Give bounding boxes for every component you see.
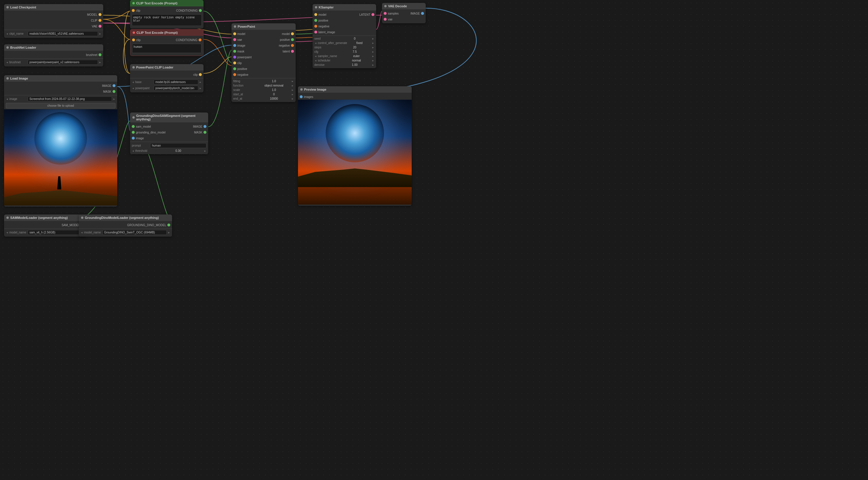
- ckpt-value[interactable]: realisticVisionV60B1_v51VAE.safetensors: [28, 31, 98, 36]
- cfg-label: cfg: [314, 50, 338, 53]
- ks-model-port[interactable]: [314, 13, 317, 16]
- input-sam-port[interactable]: [132, 125, 135, 128]
- output-cond-port[interactable]: [198, 38, 202, 41]
- gdino-model-out-port[interactable]: [167, 224, 170, 226]
- base-label: base: [135, 81, 153, 84]
- base-value[interactable]: model.fp16.safetensors: [154, 79, 198, 85]
- gdino-arrow-right[interactable]: ►: [168, 231, 170, 234]
- thresh-right[interactable]: ►: [204, 150, 207, 153]
- ks-pos-label: positive: [318, 19, 374, 22]
- sampler-label: sampler_name: [318, 55, 341, 58]
- pp-mask-in-port[interactable]: [233, 50, 236, 53]
- ks-neg-port[interactable]: [314, 25, 317, 28]
- output-model-port[interactable]: [98, 13, 101, 16]
- pp-value[interactable]: powerpaint/pytorch_model.bin: [154, 86, 198, 91]
- node-status-dot: [132, 2, 135, 4]
- sam-model-value[interactable]: sam_vit_h (2.56GB): [28, 230, 81, 235]
- output-cond-port[interactable]: [199, 9, 202, 12]
- seed-right[interactable]: ►: [372, 37, 374, 40]
- input-clip-port[interactable]: [132, 9, 135, 12]
- output-image-port[interactable]: [113, 84, 116, 87]
- prompt-value[interactable]: human: [150, 143, 207, 148]
- node-title: GroundingDinoSAMSegment (segment anythin…: [136, 114, 206, 121]
- pp-arrow-right[interactable]: ►: [199, 87, 202, 90]
- preview-images-port[interactable]: [300, 95, 303, 98]
- pp-vae-in-port[interactable]: [233, 38, 236, 41]
- ckpt-arrow-right[interactable]: ►: [99, 32, 101, 35]
- end-right[interactable]: ►: [291, 97, 294, 100]
- ks-pos-port[interactable]: [314, 19, 317, 22]
- gdino-model-value[interactable]: GroundingDINO_SwinT_OGC (694MB): [102, 230, 167, 235]
- vae-samples-port[interactable]: [384, 12, 386, 15]
- brushnet-arrow-left[interactable]: ◄: [6, 61, 8, 64]
- pp-pos-out-port[interactable]: [291, 38, 294, 41]
- brushnet-arrow-right[interactable]: ►: [99, 61, 101, 64]
- input-clip-port[interactable]: [132, 38, 135, 41]
- output-mask-port[interactable]: [204, 131, 207, 134]
- node-title: KSampler: [319, 5, 334, 9]
- pp-image-row: image negative: [231, 42, 296, 49]
- pp-latent-out-port[interactable]: [291, 50, 294, 53]
- ks-latent-in-port[interactable]: [314, 31, 317, 33]
- output-clip-row: clip: [130, 72, 204, 77]
- fitting-right[interactable]: ►: [291, 80, 294, 83]
- sched-right[interactable]: ►: [372, 59, 374, 62]
- ks-latent-out-port[interactable]: [371, 13, 374, 16]
- node-powerpaint: PowerPaint model model vae positive imag…: [231, 23, 296, 102]
- sampler-right[interactable]: ►: [372, 55, 374, 58]
- steps-field: steps 20 ►: [313, 45, 376, 50]
- pp-neg-in-port[interactable]: [233, 73, 236, 76]
- function-right[interactable]: ►: [291, 84, 294, 87]
- pp-pp-in-port[interactable]: [233, 56, 236, 59]
- gdino-arrow-left[interactable]: ◄: [81, 231, 83, 234]
- node-title: Load Checkpoint: [10, 5, 36, 9]
- scheduler-field: ◄ scheduler normal ►: [313, 58, 376, 63]
- pp-model-in-port[interactable]: [233, 32, 236, 35]
- base-arrow-right[interactable]: ►: [199, 81, 202, 84]
- denoise-right[interactable]: ►: [372, 64, 374, 66]
- clip-pos-text[interactable]: [132, 14, 202, 26]
- input-clip-label: clip: [136, 9, 167, 12]
- pp-neg-out-port[interactable]: [291, 44, 294, 47]
- base-arrow-left[interactable]: ◄: [132, 81, 134, 84]
- brushnet-value[interactable]: powerpaint/powerpaint_v2.safetensors: [28, 60, 98, 65]
- pp-arrow-left[interactable]: ◄: [132, 87, 134, 90]
- input-gdino-port[interactable]: [132, 131, 135, 134]
- img-arrow-right[interactable]: ►: [113, 98, 116, 100]
- preview-moon: [326, 104, 384, 162]
- vae-vae-port[interactable]: [384, 18, 386, 21]
- sampler-left[interactable]: ◄: [314, 55, 317, 58]
- output-brushnet-port[interactable]: [98, 53, 101, 56]
- scale-right[interactable]: ►: [291, 89, 294, 92]
- output-mask-port[interactable]: [113, 90, 116, 93]
- pp-model-out-port[interactable]: [291, 32, 294, 35]
- ctrl-left[interactable]: ◄: [314, 42, 317, 44]
- start-right[interactable]: ►: [291, 93, 294, 96]
- upload-button[interactable]: choose file to upload: [6, 103, 116, 108]
- output-image-port[interactable]: [204, 125, 207, 128]
- ckpt-arrow-left[interactable]: ◄: [6, 32, 8, 35]
- fitting-value: 1.0: [257, 79, 290, 83]
- vae-image-out-port[interactable]: [421, 12, 424, 15]
- img-arrow-left[interactable]: ◄: [6, 98, 8, 100]
- sam-arrow-left[interactable]: ◄: [6, 231, 8, 234]
- pp-clip-in-port[interactable]: [233, 62, 236, 64]
- node-title: VAE Decode: [388, 4, 407, 8]
- ctrl-right[interactable]: ►: [372, 42, 374, 44]
- output-clip-port[interactable]: [199, 73, 202, 76]
- input-image-port[interactable]: [132, 137, 135, 139]
- sched-left[interactable]: ◄: [314, 59, 317, 62]
- cfg-right[interactable]: ►: [372, 51, 374, 53]
- node-status-dot: [315, 6, 317, 8]
- img-value[interactable]: Screenshot from 2024-05-07 12-22-38.png: [28, 96, 112, 101]
- pp-image-in-port[interactable]: [233, 44, 236, 47]
- node-pp-clip-header: PowerPaint CLIP Loader: [130, 64, 204, 70]
- output-vae-port[interactable]: [98, 25, 101, 28]
- thresh-left[interactable]: ◄: [132, 150, 134, 153]
- sched-label: scheduler: [318, 59, 341, 62]
- steps-right[interactable]: ►: [372, 46, 374, 49]
- pp-pos-in-port[interactable]: [233, 67, 236, 70]
- output-clip-port[interactable]: [98, 19, 101, 22]
- control-field: ◄ control_after_generate fixed ►: [313, 41, 376, 45]
- clip-neg-text[interactable]: [132, 44, 202, 53]
